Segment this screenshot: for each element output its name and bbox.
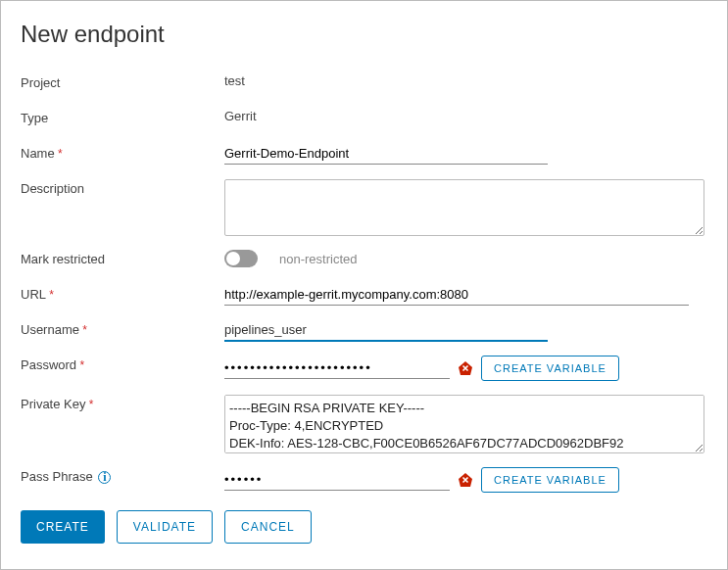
create-variable-password-button[interactable]: CREATE VARIABLE — [481, 356, 619, 381]
create-variable-passphrase-button[interactable]: CREATE VARIABLE — [481, 467, 619, 493]
label-private-key: Private Key — [21, 395, 224, 411]
row-url: URL — [21, 285, 707, 307]
create-button[interactable]: CREATE — [21, 510, 105, 544]
username-field[interactable] — [224, 320, 548, 342]
row-private-key: Private Key — [21, 395, 707, 453]
url-field[interactable] — [224, 285, 689, 306]
footer-buttons: CREATE VALIDATE CANCEL — [21, 510, 707, 544]
restricted-status: non-restricted — [279, 252, 357, 266]
passphrase-field[interactable] — [224, 470, 450, 491]
row-name: Name — [21, 144, 707, 166]
description-field[interactable] — [224, 179, 704, 236]
endpoint-form-panel: New endpoint Project test Type Gerrit Na… — [0, 0, 728, 570]
label-passphrase-text: Pass Phrase — [21, 469, 93, 484]
restricted-toggle[interactable] — [224, 250, 258, 267]
value-type: Gerrit — [224, 109, 707, 123]
error-icon — [458, 472, 473, 488]
label-type: Type — [21, 109, 224, 125]
info-icon[interactable]: i — [98, 471, 111, 484]
label-passphrase: Pass Phrase i — [21, 467, 224, 484]
name-field[interactable] — [224, 144, 548, 165]
row-description: Description — [21, 179, 707, 236]
validate-button[interactable]: VALIDATE — [117, 510, 213, 544]
label-description: Description — [21, 179, 224, 196]
row-restricted: Mark restricted non-restricted — [21, 250, 707, 271]
value-project: test — [224, 73, 707, 88]
cancel-button[interactable]: CANCEL — [224, 510, 312, 544]
error-icon — [458, 360, 473, 376]
label-username: Username — [21, 320, 224, 337]
label-password: Password — [21, 356, 224, 372]
row-passphrase: Pass Phrase i CREATE VARIABLE — [21, 467, 707, 493]
label-project: Project — [21, 73, 224, 90]
password-field[interactable] — [224, 358, 450, 379]
row-password: Password CREATE VARIABLE — [21, 356, 707, 381]
label-restricted: Mark restricted — [21, 250, 224, 266]
label-name: Name — [21, 144, 224, 161]
page-title: New endpoint — [21, 21, 707, 48]
label-url: URL — [21, 285, 224, 302]
private-key-field[interactable] — [224, 395, 704, 453]
row-type: Type Gerrit — [21, 109, 707, 130]
row-username: Username — [21, 320, 707, 342]
row-project: Project test — [21, 73, 707, 95]
